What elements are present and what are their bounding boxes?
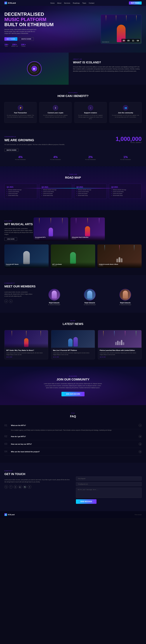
member-img-3 [120, 289, 131, 300]
hero-stats: 1M+ AUDIT 20K+ MARKET CAP 10K+ TOKENS [4, 43, 73, 47]
nav-buy-token-button[interactable]: BUY TOKEN [129, 2, 142, 4]
contact-message-input[interactable] [76, 488, 142, 498]
stage-lights-gallery1 [34, 218, 68, 224]
faq-toggle-2[interactable]: + [139, 435, 142, 438]
gallery-card-5[interactable]: Original Acoustic Music Album 1.2 ETH [98, 244, 142, 268]
roadmap-q3-item-3: Launch the project [76, 192, 104, 194]
gallery-card-4-title: NFT Live Beats [52, 264, 94, 265]
member-name-1: Ralph Edwards [38, 302, 70, 304]
join-discord-button[interactable]: JOIN OUR DISCORD [62, 392, 84, 396]
social-facebook-icon[interactable]: f [9, 485, 12, 488]
growing-stat-4: 1% For each transaction [110, 156, 142, 160]
member-name-3: Ralph Edwards [109, 302, 142, 304]
growing-section: TOKENOMICS WE ARE GROWING For each trans… [0, 130, 146, 166]
faq-toggle-4[interactable]: + [139, 450, 142, 453]
countdown-hours: 05 [127, 40, 130, 42]
member1-figure [52, 290, 57, 299]
footer-logo: ◈ ICOLand [4, 513, 14, 516]
white-paper-button[interactable]: WHITE PAPER [19, 37, 34, 41]
faq-toggle-3[interactable]: + [139, 442, 142, 446]
roadmap-q3-items: Release website and logo Launch Social M… [76, 189, 104, 196]
nav-team[interactable]: Team [82, 2, 86, 4]
gl2-light2 [88, 218, 88, 224]
social-linkedin-icon[interactable]: in [14, 485, 17, 488]
nav-roadmap[interactable]: Roadmap [73, 2, 80, 4]
about-title: WHAT IS ICOLAND? [73, 61, 142, 64]
contact-right: SEND MESSAGE [76, 476, 142, 504]
news-card-1-title: NFT Guide: Why They Matter for Music? [6, 350, 46, 351]
faq-q-4: Who are the team behind the project? [11, 451, 139, 452]
nav-home[interactable]: Home [50, 2, 54, 4]
faq-item-1[interactable]: 01 What are the NFTs? − [4, 422, 142, 429]
countdown-minutes: 11 [132, 40, 134, 42]
contact-email-input[interactable] [76, 482, 142, 486]
news-card-2[interactable]: Max Live X Facenote NFT Platform Lorem i… [51, 330, 95, 360]
benefit-join-community: 👥 Join the community For each transactio… [110, 102, 142, 123]
roadmap-q4-item-3: Launch the project [111, 192, 139, 194]
social-instagram-icon[interactable]: 📷 [23, 485, 26, 488]
news-card-1-date: Jan 12, 2022 [6, 356, 46, 358]
send-message-button[interactable]: SEND MESSAGE [76, 499, 96, 504]
news-card-2-body: Max Live X Facenote NFT Platform Lorem i… [51, 348, 95, 359]
nc5 [123, 342, 124, 345]
member-card-2: Ralph Edwards Sr. Backend Developer [74, 289, 106, 305]
gallery-card-2[interactable]: Ultraviolet Vinyl Collection 0.8 ETH [70, 218, 105, 241]
benefits-grid: ⚡ Fast Transaction For each transaction,… [4, 102, 142, 123]
nav-links: Home About Services Roadmap Team Contact [50, 2, 94, 4]
faq-item-4[interactable]: 04 Who are the team behind the project? … [4, 448, 142, 456]
gallery-card-2-info: Ultraviolet Vinyl Collection 0.8 ETH [70, 235, 105, 241]
social-twitter-icon[interactable]: 𝕏 [4, 485, 8, 488]
faq-item-2[interactable]: 02 How do I get NFTs? + [4, 433, 142, 440]
benefit-support-title: Support creators [77, 112, 104, 114]
member3-figure [123, 290, 128, 299]
growing-stat-3: 2% For each transaction [74, 156, 106, 160]
social-telegram-icon[interactable]: ✈ [28, 485, 31, 488]
member-card-1: Ralph Edwards Sr. Backend Developer [38, 289, 70, 305]
news1-crowd-overlay [4, 343, 48, 348]
roadmap-title: ROAD MAP [4, 176, 142, 179]
nav-about[interactable]: About [57, 2, 62, 4]
growing-stat-1: 4% For each transaction [4, 156, 36, 160]
nav-services[interactable]: Services [64, 2, 70, 4]
gl5-light1 [104, 245, 105, 251]
gallery-tag: GALLERY [4, 220, 34, 222]
stage-lights-gallery5 [98, 245, 142, 251]
news-img-2 [51, 330, 95, 348]
faq-toggle-1[interactable]: − [139, 424, 142, 427]
contact-name-input[interactable] [76, 476, 142, 480]
news-card-3-title: Pulcica Launched New Album with Limited … [100, 350, 140, 351]
play-button[interactable]: ▶ [32, 66, 37, 72]
growing-pct-4: 1% [110, 156, 142, 159]
white-paper-button-2[interactable]: WHITE PAPER [4, 148, 18, 152]
social-youtube-icon[interactable]: ▶ [18, 485, 22, 488]
news-card-1[interactable]: NFT Guide: Why They Matter for Music? Lo… [4, 330, 48, 360]
faq-item-3[interactable]: 03 How can we buy our NFTs? + [4, 440, 142, 448]
hero-subtitle: Discover songs, claim limited editions a… [4, 28, 36, 34]
news-card-3[interactable]: Pulcica Launched New Album with Limited … [98, 330, 142, 360]
hero-stat-tokens-label: TOKENS [21, 46, 26, 47]
gallery-card-1[interactable]: Occasional NFTs 0.4 ETH [34, 218, 68, 241]
gallery-card-3-price: 0.3 ETH [6, 265, 47, 266]
gallery-card-4[interactable]: NFT Live Beats 0.6 ETH [51, 244, 95, 268]
faq-section: FAQ FAQ 01 What are the NFTs? − For a mo… [0, 405, 146, 463]
hero-line1: DECENTRALISED [4, 12, 44, 17]
roadmap-q3: Q3 2021 Release website and logo Launch … [74, 184, 107, 199]
growing-text: For each transaction, an 12% tax fee is … [4, 144, 116, 146]
hero-stat-audit: 1M+ AUDIT [4, 43, 8, 47]
view-more-button[interactable]: VIEW MORE [4, 237, 17, 241]
members-prev-button[interactable]: ‹ [4, 300, 8, 303]
about-content: ABOUT US WHAT IS ICOLAND? ICOLand offers… [68, 52, 146, 85]
light-beam-3 [126, 16, 126, 21]
buy-token-button[interactable]: BUY TOKEN [4, 37, 17, 41]
benefit-fast-transaction: ⚡ Fast Transaction For each transaction,… [4, 102, 36, 123]
roadmap-q4-item-1: Release website and logo [111, 189, 139, 191]
roadmap-q2-label: Q2 2021 [42, 186, 70, 188]
faq-answer-1: For a modern agency, you'll likely want … [4, 429, 142, 433]
member-name-2: Ralph Edwards [74, 302, 106, 304]
growing-stats: 4% For each transaction 4% For each tran… [4, 156, 142, 160]
members-next-button[interactable]: › [9, 300, 12, 303]
roadmap-q1-item-2: Launch Social Media [7, 191, 35, 192]
news1-light2 [26, 331, 26, 337]
gallery-card-3[interactable]: Facenote NFT Music 0.3 ETH [4, 244, 48, 268]
nav-contact[interactable]: Contact [89, 2, 94, 4]
